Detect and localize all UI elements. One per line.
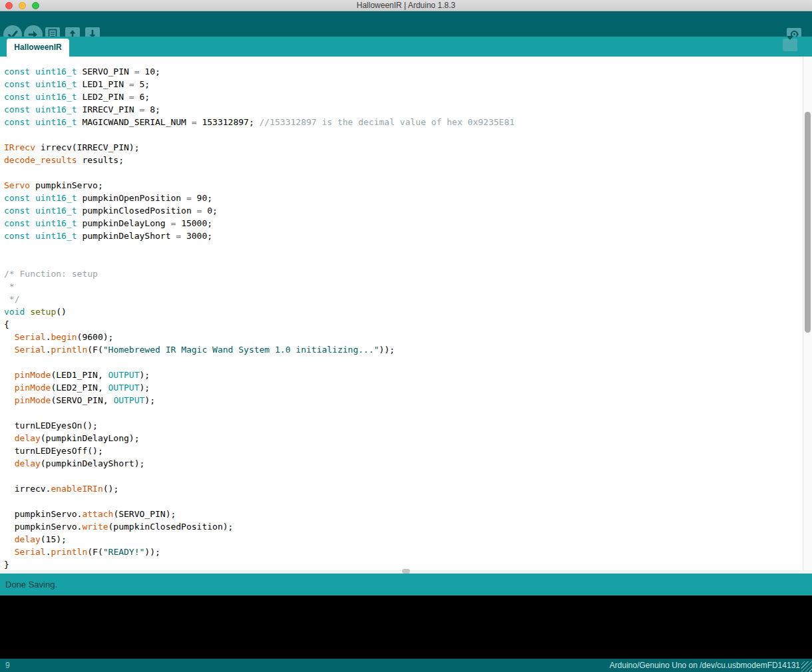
code-line: IRrecv irrecv(IRRECV_PIN); [4,141,803,154]
code-line: turnLEDEyesOff(); [4,444,803,457]
current-line-number: 9 [5,661,10,670]
console-output [0,595,812,659]
code-line: const uint16_t pumpkinClosedPosition = 0… [4,204,803,217]
code-line [4,242,803,255]
code-line: const uint16_t LED1_PIN = 5; [4,78,803,90]
code-line: pinMode(LED1_PIN, OUTPUT); [4,369,803,381]
code-line: Serial.println(F("Homebrewed IR Magic Wa… [4,343,803,356]
tab-bar: HalloweenIR [0,37,812,57]
code-line: pumpkinServo.write(pumpkinClosedPosition… [4,520,803,533]
code-editor[interactable]: const uint16_t SERVO_PIN = 10;const uint… [0,57,803,570]
resize-grip[interactable] [801,661,812,672]
title-bar: HalloweenIR | Arduino 1.8.3 [0,0,812,11]
code-line: /* Function: setup [4,267,803,280]
code-line: const uint16_t pumpkinDelayShort = 3000; [4,230,803,242]
code-line: { [4,318,803,331]
footer-bar: 9 Arduino/Genuino Uno on /dev/cu.usbmode… [0,659,812,672]
vertical-scrollbar-thumb[interactable] [805,112,811,333]
code-line: Servo pumpkinServo; [4,179,803,192]
code-line: turnLEDEyesOn(); [4,419,803,432]
code-line: delay(pumpkinDelayLong); [4,432,803,444]
chevron-down-icon [787,36,793,50]
code-line: * [4,280,803,293]
board-port-info: Arduino/Genuino Uno on /dev/cu.usbmodemF… [610,661,800,670]
code-line: void setup() [4,305,803,318]
code-line: irrecv.enableIRIn(); [4,482,803,495]
code-line [4,255,803,267]
status-bar: Done Saving. [0,574,812,595]
code-line: const uint16_t MAGICWAND_SERIAL_NUM = 15… [4,116,803,128]
code-line: delay(15); [4,533,803,546]
code-line: const uint16_t LED2_PIN = 6; [4,90,803,103]
code-area: const uint16_t SERVO_PIN = 10;const uint… [0,57,803,570]
status-message: Done Saving. [5,580,57,589]
code-line: Serial.println(F("READY!")); [4,546,803,558]
code-line: pumpkinServo.attach(SERVO_PIN); [4,508,803,520]
tab-list-dropdown-button[interactable] [783,39,797,51]
code-line: decode_results results; [4,154,803,166]
code-line: const uint16_t pumpkinOpenPosition = 90; [4,192,803,204]
code-line: const uint16_t IRRECV_PIN = 8; [4,103,803,116]
horizontal-scrollbar-thumb[interactable] [402,569,410,574]
code-line: const uint16_t pumpkinDelayLong = 15000; [4,217,803,230]
tab-halloweenir[interactable]: HalloweenIR [7,39,69,57]
code-line [4,407,803,419]
code-line: */ [4,293,803,305]
code-line [4,128,803,141]
toolbar [0,11,812,37]
vertical-scrollbar[interactable] [803,57,812,570]
code-line: pinMode(SERVO_PIN, OUTPUT); [4,394,803,407]
code-line [4,495,803,508]
window-title: HalloweenIR | Arduino 1.8.3 [0,1,812,10]
code-line [4,470,803,482]
code-line [4,166,803,179]
code-line [4,356,803,369]
code-line: delay(pumpkinDelayShort); [4,457,803,470]
code-line: Serial.begin(9600); [4,331,803,343]
code-line: const uint16_t SERVO_PIN = 10; [4,65,803,78]
code-line: pinMode(LED2_PIN, OUTPUT); [4,381,803,394]
